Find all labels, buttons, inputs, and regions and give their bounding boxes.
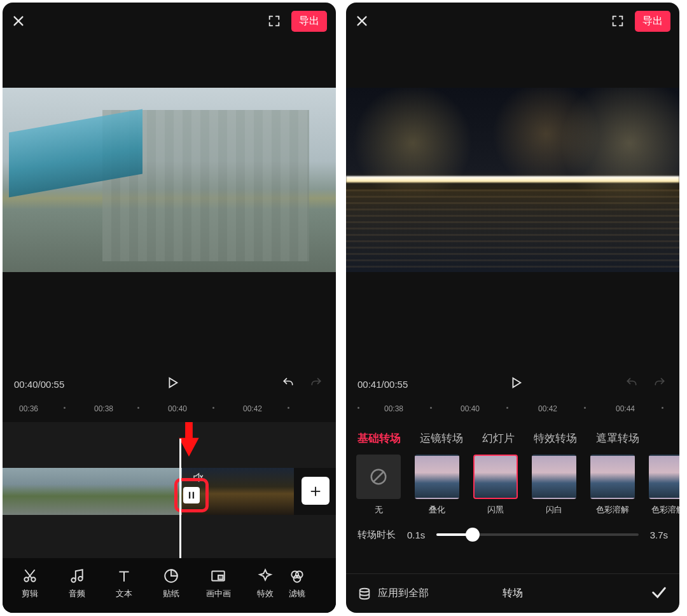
bottom-toolbar: 剪辑音频文本贴纸画中画特效滤镜	[3, 558, 336, 613]
svg-rect-1	[193, 492, 194, 499]
svg-point-12	[360, 588, 370, 592]
redo-icon[interactable]	[651, 376, 668, 392]
ruler-tick: 00:44	[616, 404, 635, 413]
preset-label: 色彩溶解	[596, 504, 629, 516]
preset-flashblack[interactable]: 闪黑	[471, 455, 520, 516]
expand-icon[interactable]	[267, 14, 281, 28]
undo-icon[interactable]	[280, 376, 296, 392]
ruler-tick: 00:38	[94, 404, 113, 413]
svg-rect-7	[218, 575, 223, 580]
tab-slide[interactable]: 幻灯片	[482, 431, 515, 446]
duration-slider[interactable]	[436, 527, 638, 542]
transition-tabs: 基础转场运镜转场幻灯片特效转场遮罩转场	[346, 422, 679, 452]
transition-presets: 无叠化闪黑闪白色彩溶解色彩溶解 II	[346, 452, 679, 519]
play-icon[interactable]	[165, 376, 179, 392]
timeline-ruler[interactable]: 00:38 00:40 00:42 00:44	[346, 400, 679, 422]
tool-label: 滤镜	[289, 588, 305, 599]
tool-label: 剪辑	[22, 588, 38, 599]
tab-fx[interactable]: 特效转场	[534, 431, 577, 446]
ruler-tick: 00:40	[461, 404, 480, 413]
editor-screen-left: 导出 00:40/00:55 00:36 00:38 00:40 00:42	[3, 3, 336, 613]
preset-label: 叠化	[429, 504, 445, 516]
preset-label: 闪黑	[487, 504, 504, 516]
editor-screen-right: 导出 00:41/00:55 00:38 00:40 00:42 00:44 基…	[346, 3, 679, 613]
clip-1[interactable]	[3, 468, 182, 515]
timecode: 00:41/00:55	[357, 379, 408, 390]
duration-row: 转场时长 0.1s 3.7s	[346, 519, 679, 550]
video-preview[interactable]	[346, 88, 679, 272]
tool-sticker[interactable]: 贴纸	[148, 568, 195, 599]
tab-basic[interactable]: 基础转场	[357, 431, 401, 446]
video-track[interactable]	[3, 468, 336, 515]
timeline-ruler[interactable]: 00:36 00:38 00:40 00:42	[3, 400, 336, 422]
playhead[interactable]	[179, 439, 181, 558]
preset-dissolve[interactable]: 叠化	[412, 455, 462, 516]
tab-camera[interactable]: 运镜转场	[420, 431, 463, 446]
duration-max: 3.7s	[650, 530, 668, 540]
confirm-bar: 应用到全部 转场	[346, 573, 679, 613]
playback-bar: 00:40/00:55	[3, 367, 336, 400]
ruler-tick: 00:42	[243, 404, 262, 413]
tool-label: 特效	[257, 588, 274, 599]
svg-point-2	[24, 577, 29, 582]
preset-label: 色彩溶解 II	[651, 504, 679, 516]
ruler-tick: 00:36	[19, 404, 38, 413]
preset-colordissolve[interactable]: 色彩溶解	[588, 455, 637, 516]
top-bar: 导出	[346, 3, 679, 39]
expand-icon[interactable]	[611, 14, 625, 28]
transition-icon	[183, 487, 200, 503]
undo-icon[interactable]	[623, 376, 640, 392]
close-icon[interactable]	[11, 14, 25, 28]
tool-pip[interactable]: 画中画	[195, 568, 242, 599]
ruler-tick: 00:40	[168, 404, 187, 413]
duration-min: 0.1s	[407, 530, 425, 540]
preset-flashwhite[interactable]: 闪白	[529, 455, 579, 516]
tool-filter[interactable]: 滤镜	[289, 568, 314, 599]
duration-label: 转场时长	[357, 529, 396, 541]
tool-cut[interactable]: 剪辑	[6, 568, 53, 599]
playback-bar: 00:41/00:55	[346, 367, 679, 400]
export-button[interactable]: 导出	[291, 11, 327, 32]
apply-all-button[interactable]: 应用到全部	[357, 587, 429, 601]
preset-label: 无	[375, 504, 383, 516]
tool-fx[interactable]: 特效	[242, 568, 289, 599]
video-preview[interactable]	[3, 88, 336, 272]
tool-audio[interactable]: 音频	[53, 568, 101, 599]
none-icon	[356, 455, 401, 499]
ruler-tick: 00:38	[384, 404, 403, 413]
ruler-tick: 00:42	[538, 404, 557, 413]
confirm-icon[interactable]	[650, 584, 668, 604]
timeline[interactable]: ＋	[3, 422, 336, 558]
play-icon[interactable]	[509, 376, 523, 392]
svg-point-10	[294, 575, 301, 582]
add-clip-button[interactable]: ＋	[302, 477, 330, 505]
tool-text[interactable]: 文本	[101, 568, 148, 599]
panel-title: 转场	[503, 587, 523, 600]
tool-label: 画中画	[206, 588, 231, 599]
top-bar: 导出	[3, 3, 336, 39]
svg-rect-0	[189, 492, 190, 499]
tool-label: 贴纸	[163, 588, 179, 599]
svg-point-4	[78, 577, 83, 581]
preset-none[interactable]: 无	[354, 455, 403, 516]
preset-label: 闪白	[546, 504, 562, 516]
export-button[interactable]: 导出	[635, 11, 670, 32]
close-icon[interactable]	[355, 14, 369, 28]
timecode: 00:40/00:55	[14, 379, 64, 390]
preset-colordissolve2[interactable]: 色彩溶解 II	[646, 455, 679, 516]
tab-mask[interactable]: 遮罩转场	[596, 431, 639, 446]
tool-label: 文本	[116, 588, 132, 599]
redo-icon[interactable]	[308, 376, 324, 392]
tool-label: 音频	[69, 588, 85, 599]
svg-point-9	[296, 571, 303, 578]
svg-point-3	[31, 577, 35, 582]
